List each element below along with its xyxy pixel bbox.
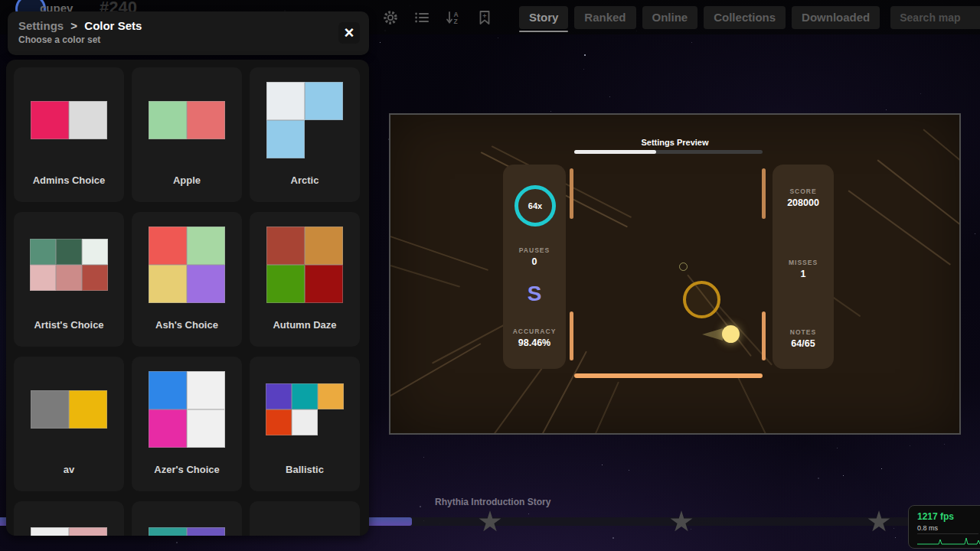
preview-title: Settings Preview [390, 138, 959, 147]
player-cursor [722, 325, 740, 343]
close-icon[interactable]: × [338, 22, 360, 44]
color-set-card-artist-s-choice[interactable]: Artist's Choice [14, 212, 124, 347]
color-set-card-autumn-daze[interactable]: Autumn Daze [250, 212, 360, 347]
notes-stat: NOTES 64/65 [772, 328, 835, 349]
fps-graph [917, 536, 980, 546]
breadcrumb-settings[interactable]: Settings [18, 19, 64, 32]
settings-header: Settings > Color Sets Choose a color set… [8, 11, 369, 55]
swatch-cell [82, 265, 108, 291]
color-set-card-admins-choice[interactable]: Admins Choice [14, 67, 124, 202]
color-swatch [14, 501, 124, 536]
misses-value: 1 [772, 269, 835, 279]
preview-song-progress [574, 150, 763, 154]
background-star [886, 109, 887, 110]
bookmark-add-icon[interactable]: + [477, 10, 492, 25]
swatch-cell [30, 239, 56, 265]
pauses-stat: PAUSES 0 [503, 246, 566, 267]
distant-note-ring [679, 262, 688, 271]
background-star [584, 54, 586, 56]
color-swatch [250, 357, 360, 462]
tab-story[interactable]: Story [519, 6, 568, 29]
fps-value: 1217 fps [917, 511, 980, 522]
preview-song-progress-fill [574, 150, 656, 154]
color-set-card[interactable] [132, 501, 242, 536]
background-star [910, 445, 910, 446]
background-star [629, 470, 629, 471]
motion-streak [736, 374, 788, 435]
motion-streak [579, 382, 619, 435]
frame-time-value: 0.8 ms [917, 524, 978, 534]
swatch-cell [149, 265, 187, 303]
color-swatch [250, 212, 360, 318]
tab-downloaded[interactable]: Downloaded [792, 6, 880, 29]
color-set-card-apple[interactable]: Apple [132, 67, 242, 202]
breadcrumb: Settings > Color Sets [18, 19, 358, 32]
color-set-name: Arctic [291, 174, 319, 186]
background-star [550, 111, 551, 112]
color-swatch [14, 67, 124, 173]
background-star [609, 96, 610, 97]
swatch-cell [149, 527, 187, 536]
combo-ring: 64x [514, 185, 556, 227]
story-map-title: Rhythia Introduction Story [435, 497, 550, 507]
tab-ranked[interactable]: Ranked [574, 6, 635, 29]
background-star [380, 42, 381, 43]
pauses-value: 0 [503, 256, 566, 267]
color-set-card[interactable] [14, 501, 124, 536]
swatch-cell [266, 120, 305, 158]
background-star [895, 537, 896, 538]
swatch-cell [292, 383, 318, 409]
color-set-card-ballistic[interactable]: Ballistic [250, 357, 360, 491]
score-value: 208000 [772, 197, 835, 208]
breadcrumb-separator: > [70, 19, 77, 32]
background-star [893, 528, 894, 529]
motion-streak [389, 343, 482, 411]
color-set-card-ash-s-choice[interactable]: Ash's Choice [132, 212, 242, 347]
settings-gear-icon[interactable] [383, 10, 398, 25]
color-swatch [250, 501, 360, 536]
color-set-name: Ash's Choice [155, 319, 218, 331]
color-set-card-arctic[interactable]: Arctic [250, 67, 360, 202]
combo-value: 64x [528, 201, 542, 210]
background-star [843, 475, 844, 476]
fps-counter: 1217 fps 0.8 ms [908, 505, 980, 549]
score-label: SCORE [772, 187, 835, 195]
motion-streak [390, 236, 488, 271]
color-set-card[interactable] [250, 501, 360, 536]
search-input[interactable] [890, 6, 980, 29]
swatch-cell [31, 390, 69, 429]
swatch-cell [318, 383, 344, 409]
score-stat: SCORE 208000 [772, 187, 835, 208]
color-set-card-av[interactable]: av [14, 357, 124, 491]
swatch-cell [318, 409, 344, 435]
swatch-cell [266, 383, 292, 409]
swatch-cell [187, 527, 225, 536]
accuracy-stat: ACCURACY 98.46% [503, 328, 566, 348]
grade-letter: S [503, 282, 566, 306]
background-star [975, 233, 975, 234]
background-star [920, 93, 921, 94]
swatch-cell [69, 527, 107, 536]
swatch-cell [187, 371, 225, 409]
swatch-cell [305, 265, 343, 303]
background-star [818, 478, 819, 479]
tab-collections[interactable]: Collections [704, 6, 786, 29]
background-star [420, 506, 421, 507]
sort-az-icon[interactable]: A Z [446, 10, 461, 25]
swatch-cell [266, 409, 292, 435]
field-corner-bar-bottom-right [762, 311, 766, 360]
background-star [498, 37, 498, 38]
tab-online[interactable]: Online [642, 6, 698, 29]
swatch-cell [31, 101, 69, 139]
cursor-trail [702, 328, 723, 341]
swatch-cell [149, 371, 187, 409]
swatch-cell [305, 120, 343, 158]
field-bottom-bar [574, 373, 763, 378]
field-corner-bar-top-left [570, 168, 573, 219]
motion-streak [390, 265, 460, 288]
color-set-card-azer-s-choice[interactable]: Azer's Choice [132, 357, 242, 491]
settings-subtitle: Choose a color set [18, 34, 358, 45]
list-icon[interactable] [414, 10, 430, 25]
swatch-cell [56, 239, 82, 265]
motion-streak [848, 190, 951, 266]
